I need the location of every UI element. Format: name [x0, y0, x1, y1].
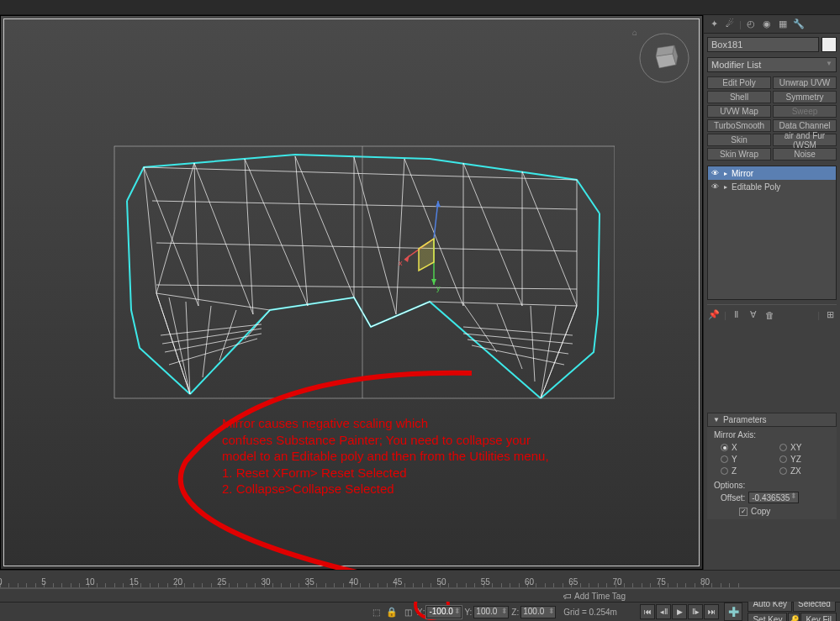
stack-item[interactable]: 👁▸Mirror	[708, 166, 836, 180]
modifier-list-dropdown[interactable]: Modifier List	[707, 57, 837, 72]
svg-line-4	[144, 167, 577, 180]
modifier-button[interactable]: Shell	[707, 91, 771, 103]
modifier-button[interactable]: air and Fur (WSM	[773, 134, 837, 146]
tick-label: 50	[437, 577, 446, 587]
axis-radio[interactable]: XY	[779, 443, 830, 452]
stack-item[interactable]: 👁▸Editable Poly	[708, 180, 836, 193]
svg-line-47	[404, 239, 434, 260]
remove-modifier-icon[interactable]: 🗑	[763, 308, 777, 322]
parameters-rollout-body: Mirror Axis: XXYYYZZZX Options: Offset: …	[707, 427, 837, 519]
axis-radio[interactable]: X	[721, 443, 771, 452]
svg-line-41	[463, 334, 573, 344]
modifier-button[interactable]: UVW Map	[707, 105, 771, 118]
absolute-icon[interactable]: ◫	[401, 605, 415, 618]
goto-start-icon[interactable]: ⏮	[640, 604, 655, 619]
motion-tab-icon[interactable]: ◉	[760, 18, 774, 31]
svg-line-37	[161, 324, 262, 335]
y-coord-input[interactable]: 100.0	[473, 606, 509, 618]
x-coord-input[interactable]: -100.0	[426, 606, 462, 618]
parameters-rollout-header[interactable]: ▼ Parameters	[707, 413, 837, 427]
tick-label: 40	[349, 577, 358, 587]
tag-icon[interactable]: 🏷	[563, 592, 572, 601]
modifier-button[interactable]: Skin	[707, 134, 771, 146]
modifier-button[interactable]: Symmetry	[773, 91, 837, 103]
selection-lock-icon[interactable]: ⬚	[369, 605, 383, 618]
viewport[interactable]: ⌂	[0, 15, 703, 570]
set-key-button[interactable]: Set Key	[748, 613, 787, 622]
copy-label: Copy	[751, 507, 770, 516]
create-tab-icon[interactable]: ✦	[707, 18, 721, 31]
goto-end-icon[interactable]: ⏭	[704, 604, 719, 619]
timeline[interactable]: 05101520253035404550556065707580 🏷 Add T…	[0, 570, 840, 602]
grid-label: Grid = 0.254m	[563, 608, 617, 617]
axis-radio[interactable]: YZ	[779, 455, 830, 464]
modifier-stack[interactable]: 👁▸Mirror👁▸Editable Poly	[707, 166, 837, 300]
tick-label: 25	[217, 577, 226, 587]
hierarchy-tab-icon[interactable]: ◴	[744, 18, 758, 31]
axis-radio[interactable]: ZX	[779, 466, 830, 476]
svg-marker-50	[431, 279, 436, 285]
make-unique-icon[interactable]: ∀	[747, 308, 760, 322]
tick-label: 45	[393, 577, 402, 587]
tick-label: 80	[700, 577, 710, 587]
show-end-result-icon[interactable]: Ⅱ	[730, 308, 743, 322]
svg-line-5	[152, 201, 577, 209]
svg-line-22	[463, 163, 522, 306]
utilities-tab-icon[interactable]: 🔧	[792, 18, 806, 31]
lock-icon[interactable]: 🔒	[385, 605, 399, 618]
modifier-button[interactable]: Noise	[773, 148, 837, 161]
svg-line-29	[245, 310, 270, 339]
play-icon[interactable]: ▶	[672, 604, 687, 619]
key-filters-button[interactable]: Key Fil	[800, 613, 837, 622]
axis-radio[interactable]: Z	[721, 466, 771, 476]
add-time-tag[interactable]: Add Time Tag	[574, 592, 626, 601]
z-coord-input[interactable]: 100.0	[520, 606, 556, 618]
svg-line-24	[156, 293, 190, 394]
svg-marker-53	[419, 239, 434, 271]
offset-spinner[interactable]: -0.436535	[748, 492, 799, 503]
object-color-swatch[interactable]	[822, 37, 837, 52]
prev-frame-icon[interactable]: ◂Ⅱ	[656, 604, 671, 619]
svg-line-32	[531, 306, 535, 382]
tick-label: 60	[525, 577, 534, 587]
svg-rect-45	[114, 146, 615, 398]
copy-checkbox[interactable]	[739, 508, 748, 516]
playback-controls: ⏮ ◂Ⅱ ▶ Ⅱ▸ ⏭	[640, 604, 719, 619]
z-label: Z:	[511, 608, 519, 617]
command-panel: ✦ ☄ | ◴ ◉ ▦ 🔧 Box181 Modifier List Edit …	[703, 15, 840, 570]
next-frame-icon[interactable]: Ⅱ▸	[688, 604, 703, 619]
command-panel-tabs: ✦ ☄ | ◴ ◉ ▦ 🔧	[704, 15, 840, 34]
svg-line-40	[169, 339, 257, 365]
modify-tab-icon[interactable]: ☄	[723, 18, 737, 31]
svg-line-51	[434, 201, 438, 239]
svg-line-38	[162, 329, 262, 344]
svg-line-17	[194, 163, 253, 314]
modifier-button[interactable]: Unwrap UVW	[773, 76, 837, 89]
tick-label: 0	[0, 577, 3, 587]
svg-line-20	[354, 157, 396, 314]
svg-line-34	[463, 303, 497, 352]
svg-text:x: x	[399, 259, 403, 267]
modifier-button[interactable]: Skin Wrap	[707, 148, 771, 161]
svg-line-39	[165, 334, 262, 352]
svg-line-12	[396, 159, 404, 314]
svg-line-31	[541, 306, 556, 398]
home-icon[interactable]: ⌂	[632, 28, 642, 38]
offset-label: Offset:	[721, 493, 745, 503]
modifier-button[interactable]: Sweep	[773, 105, 837, 118]
modifier-button[interactable]: Edit Poly	[707, 76, 771, 89]
display-tab-icon[interactable]: ▦	[776, 18, 790, 31]
svg-line-27	[203, 306, 211, 377]
svg-line-44	[472, 345, 564, 365]
key-icon[interactable]: 🔑	[788, 613, 800, 622]
tick-label: 5	[41, 577, 46, 587]
pin-stack-icon[interactable]: 📌	[707, 308, 721, 322]
svg-line-35	[354, 297, 371, 327]
set-key-plus-icon[interactable]: ✚	[724, 603, 742, 621]
svg-line-21	[404, 159, 463, 306]
object-name-field[interactable]: Box181	[707, 37, 819, 52]
configure-sets-icon[interactable]: ⊞	[823, 308, 837, 322]
axis-radio[interactable]: Y	[721, 455, 771, 464]
viewcube[interactable]: ⌂	[639, 33, 689, 83]
modifier-button[interactable]: TurboSmooth	[707, 119, 771, 132]
